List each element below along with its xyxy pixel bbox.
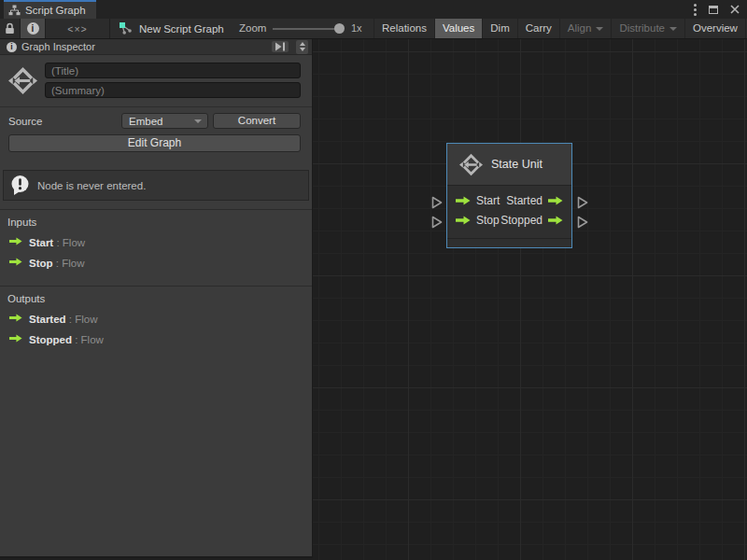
port-row: StartFlow — [0, 234, 312, 248]
zoom-slider-track[interactable] — [273, 28, 344, 30]
port-type: Flow — [72, 334, 104, 345]
tab-script-graph[interactable]: Script Graph — [4, 0, 96, 19]
zoom-label: Zoom — [239, 19, 266, 38]
inspector-empty-area — [0, 354, 312, 556]
dock-panel-button[interactable] — [272, 41, 289, 52]
code-icon: <×> — [67, 23, 87, 35]
values-button[interactable]: Values — [434, 19, 482, 38]
tab-title: Script Graph — [25, 5, 86, 16]
chevron-down-icon — [194, 119, 202, 123]
state-machine-icon — [6, 63, 39, 98]
edit-graph-button[interactable]: Edit Graph — [8, 134, 301, 152]
flow-arrow-icon — [9, 314, 22, 322]
port-type: Flow — [66, 314, 98, 325]
outputs-section: Outputs StartedFlow StoppedFlow — [0, 286, 312, 354]
carry-button[interactable]: Carry — [517, 19, 559, 38]
graph-name-label: New Script Graph — [139, 23, 224, 35]
transition-connector-icon[interactable] — [431, 196, 443, 209]
node-footer — [447, 238, 571, 247]
graph-title-input[interactable] — [45, 63, 301, 78]
state-machine-icon — [459, 153, 483, 176]
source-select-value: Embed — [129, 116, 194, 127]
flow-arrow-icon — [456, 216, 471, 225]
lock-icon — [5, 22, 15, 35]
lock-button[interactable] — [0, 19, 20, 38]
close-icon[interactable] — [730, 5, 740, 14]
toolbar-separator — [109, 19, 110, 38]
state-unit-node[interactable]: State Unit Start Started — [446, 143, 572, 248]
distribute-button: Distribute — [611, 19, 684, 38]
node-title: State Unit — [491, 158, 543, 171]
window-titlebar: Script Graph — [0, 0, 747, 19]
flow-arrow-icon — [548, 216, 563, 225]
transition-connector-icon[interactable] — [577, 216, 588, 229]
dock-icon — [275, 42, 286, 51]
zoom-slider-handle[interactable] — [334, 23, 345, 34]
port-name: Stopped — [29, 334, 72, 345]
input-port-start[interactable]: Start — [456, 194, 500, 207]
port-name: Started — [29, 314, 66, 325]
scroll-up-icon — [300, 42, 305, 46]
warning-text: Node is never entered. — [37, 180, 146, 191]
inputs-section-title: Inputs — [0, 217, 312, 228]
source-label: Source — [8, 116, 121, 127]
align-button: Align — [559, 19, 612, 38]
graph-meta-fields — [45, 63, 301, 98]
chevron-down-icon — [596, 27, 603, 31]
panel-scroll-stepper[interactable] — [296, 40, 308, 54]
graph-inspector-panel: i Graph Inspector — [0, 39, 313, 558]
source-select[interactable]: Embed — [121, 113, 208, 129]
convert-button[interactable]: Convert — [213, 113, 301, 129]
source-row: Source Embed Convert — [0, 107, 312, 129]
inputs-section: Inputs StartFlow StopFlow — [0, 209, 312, 277]
script-graph-icon — [119, 21, 133, 35]
dim-button[interactable]: Dim — [482, 19, 516, 38]
port-label: Started — [506, 194, 543, 207]
node-ports: Start Started Stop Stopped — [447, 186, 571, 230]
port-row: StartedFlow — [0, 311, 312, 325]
output-port-stopped[interactable]: Stopped — [500, 214, 563, 227]
flow-arrow-icon — [9, 334, 22, 343]
inspector-toggle-button[interactable]: i — [21, 19, 45, 38]
port-type: Flow — [53, 237, 85, 248]
port-row: StopFlow — [0, 255, 312, 269]
graph-canvas[interactable]: State Unit Start Started — [313, 39, 747, 560]
maximize-icon[interactable] — [709, 6, 718, 14]
window-controls — [694, 0, 740, 19]
node-port-row: Start Started — [447, 190, 571, 210]
graph-title-group: New Script Graph — [119, 19, 224, 38]
info-icon: i — [7, 42, 17, 52]
port-name: Start — [29, 237, 53, 248]
transition-connector-icon[interactable] — [577, 196, 588, 209]
graph-summary-input[interactable] — [45, 82, 301, 98]
port-label: Stop — [476, 214, 500, 227]
transition-connector-icon[interactable] — [431, 216, 443, 229]
port-label: Start — [476, 194, 500, 207]
port-row: StoppedFlow — [0, 331, 312, 345]
port-name: Stop — [29, 258, 53, 269]
zoom-value: 1x — [351, 19, 362, 38]
input-port-stop[interactable]: Stop — [456, 214, 500, 227]
info-icon: i — [27, 22, 39, 35]
flow-arrow-icon — [9, 237, 22, 245]
relations-button[interactable]: Relations — [374, 19, 434, 38]
code-view-button[interactable]: <×> — [46, 19, 109, 38]
graph-meta-section — [0, 55, 312, 106]
more-menu-icon[interactable] — [694, 4, 697, 16]
chevron-down-icon — [669, 27, 677, 31]
output-port-started[interactable]: Started — [506, 194, 563, 207]
flow-arrow-icon — [9, 258, 22, 266]
scroll-down-icon — [300, 48, 305, 51]
port-type: Flow — [53, 258, 85, 269]
node-port-row: Stop Stopped — [447, 210, 571, 230]
graph-hierarchy-icon — [8, 5, 21, 16]
outputs-section-title: Outputs — [0, 293, 312, 304]
graph-toolbar: i <×> New Script Graph Zoom 1x Relations… — [0, 19, 747, 39]
graph-inspector-header: i Graph Inspector — [0, 39, 312, 55]
overview-button[interactable]: Overview — [684, 19, 745, 38]
panel-title: Graph Inspector — [21, 41, 267, 52]
flow-arrow-icon — [548, 196, 563, 205]
node-header[interactable]: State Unit — [447, 144, 571, 186]
warning-icon — [9, 175, 31, 196]
port-label: Stopped — [500, 214, 543, 227]
